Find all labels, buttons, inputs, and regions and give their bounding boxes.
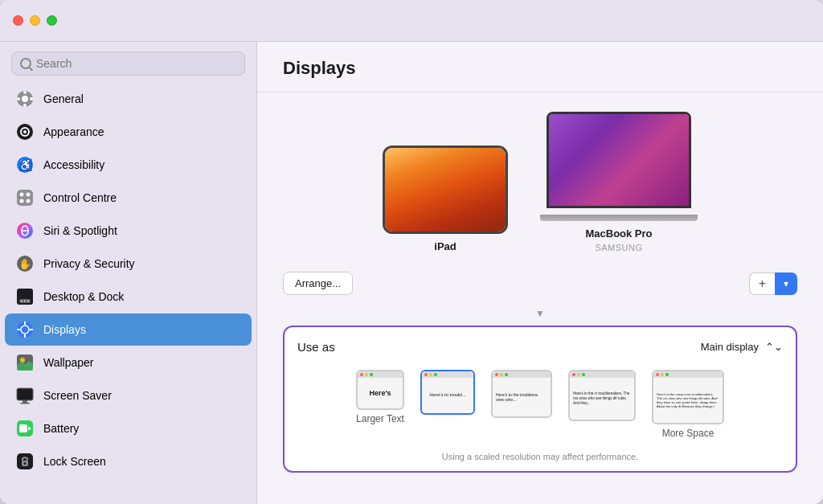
resolution-option-4[interactable]: Here's to the cr troublemakers. The ros … (565, 367, 639, 442)
minimize-button[interactable] (30, 15, 40, 26)
res-dot-yellow-4 (577, 373, 580, 376)
resolution-option-3[interactable]: Here's to the troublema ones who... (488, 367, 555, 442)
svg-point-5 (30, 97, 33, 100)
general-label: General (43, 92, 84, 105)
res-dot-red-1 (360, 373, 363, 376)
svg-point-4 (17, 97, 20, 100)
svg-rect-25 (27, 301, 29, 302)
res-preview-bar-2 (422, 371, 473, 378)
res-preview-bar-3 (493, 371, 551, 378)
sidebar-item-battery[interactable]: Battery (5, 412, 252, 445)
main-display-label: Main display (701, 341, 759, 353)
resolution-section: Use as Main display ⌃⌄ (283, 326, 797, 473)
wallpaper-label: Wallpaper (43, 356, 94, 369)
sidebar-item-control-centre[interactable]: Control Centre (5, 182, 252, 214)
sidebar-item-siri-spotlight[interactable]: Siri & Spotlight (5, 215, 252, 247)
sidebar-item-appearance[interactable]: Appearance (5, 116, 252, 148)
add-display-plus-button[interactable]: + (749, 272, 775, 295)
res-dot-red-2 (424, 373, 428, 376)
accessibility-label: Accessibility (43, 158, 104, 171)
resolution-option-1[interactable]: Here's Larger Text (353, 367, 407, 442)
res-preview-4: Here's to the cr troublemakers. The ros … (568, 370, 636, 421)
main-display-chevron-icon: ⌃⌄ (765, 341, 783, 353)
search-icon (20, 58, 31, 69)
res-dot-yellow-1 (365, 373, 368, 376)
sidebar: General Appearance (0, 42, 257, 504)
arrange-button[interactable]: Arrange... (283, 272, 353, 295)
main-content: iPad MacBook Pro SAMSUNG Arrange... (257, 92, 823, 504)
sidebar-item-lock-screen[interactable]: Lock Screen (5, 445, 252, 477)
resolution-option-5[interactable]: Here's to the crazy ones troublemakers. … (649, 367, 727, 442)
svg-point-33 (20, 358, 25, 363)
sidebar-item-displays[interactable]: Displays (5, 313, 252, 346)
res-dot-red-4 (572, 373, 575, 376)
svg-point-13 (27, 193, 31, 197)
control-centre-icon (16, 189, 34, 207)
main-display-control[interactable]: Main display ⌃⌄ (701, 341, 783, 353)
add-display-chevron-button[interactable]: ▾ (775, 272, 797, 295)
macbook-frame (547, 112, 691, 208)
svg-point-1 (22, 96, 28, 102)
battery-icon (16, 420, 34, 437)
ipad-screen (385, 148, 506, 232)
res-preview-bar-1 (358, 371, 403, 378)
svg-rect-34 (17, 388, 33, 400)
use-as-label: Use as (297, 340, 335, 354)
lock-screen-label: Lock Screen (43, 455, 106, 468)
sidebar-item-general[interactable]: General (5, 83, 252, 115)
resolution-note: Using a scaled resolution may affect per… (297, 452, 783, 461)
res-dot-green-2 (434, 373, 437, 376)
resolution-option-2[interactable]: Here's to troubl... (417, 367, 478, 442)
sidebar-item-desktop-dock[interactable]: Desktop & Dock (5, 281, 252, 313)
svg-point-3 (23, 104, 27, 107)
macbook-display[interactable]: MacBook Pro SAMSUNG (540, 112, 698, 252)
sidebar-item-screen-saver[interactable]: Screen Saver (5, 379, 252, 412)
sidebar-item-wallpaper[interactable]: Wallpaper (5, 346, 252, 379)
add-display-button-group: + ▾ (749, 272, 797, 295)
screen-saver-label: Screen Saver (43, 389, 112, 402)
lock-screen-icon (16, 453, 34, 470)
down-arrow-icon: ▼ (535, 308, 545, 319)
resolution-options: Here's Larger Text (297, 367, 783, 442)
svg-rect-23 (21, 301, 23, 302)
res-preview-content-4: Here's to the cr troublemakers. The ros … (570, 378, 634, 420)
desktop-dock-label: Desktop & Dock (43, 290, 124, 303)
svg-rect-11 (17, 190, 33, 206)
res-dot-green-1 (370, 373, 373, 376)
ipad-name: iPad (434, 240, 456, 252)
res-dot-yellow-5 (661, 373, 664, 376)
res-preview-5: Here's to the crazy ones troublemakers. … (652, 370, 724, 424)
search-input[interactable] (36, 57, 236, 70)
sidebar-list: General Appearance (0, 82, 256, 504)
close-button[interactable] (13, 15, 23, 26)
search-bar[interactable] (11, 51, 245, 76)
svg-text:♿: ♿ (18, 158, 33, 172)
res-dot-red-3 (495, 373, 498, 376)
res-preview-2: Here's to troubl... (420, 370, 475, 415)
res-preview-content-1: Here's (358, 378, 403, 408)
res-dot-green-3 (505, 373, 508, 376)
svg-rect-24 (24, 301, 26, 302)
sidebar-item-privacy-security[interactable]: ✋ Privacy & Security (5, 248, 252, 280)
svg-rect-36 (20, 403, 30, 404)
svg-point-42 (24, 462, 27, 465)
maximize-button[interactable] (47, 15, 57, 26)
privacy-security-label: Privacy & Security (43, 257, 135, 270)
res-preview-3: Here's to the troublema ones who... (491, 370, 552, 418)
svg-point-2 (23, 91, 27, 94)
res-preview-content-2: Here's to troubl... (422, 378, 473, 413)
svg-point-14 (20, 199, 24, 203)
appearance-icon (16, 123, 34, 141)
controls-row: Arrange... + ▾ (283, 272, 797, 295)
main-header: Displays (257, 42, 823, 92)
sidebar-item-accessibility[interactable]: ♿ Accessibility (5, 149, 252, 181)
general-icon (16, 90, 34, 108)
svg-text:✋: ✋ (18, 257, 32, 271)
resolution-header: Use as Main display ⌃⌄ (297, 340, 783, 354)
res-dot-green-5 (665, 373, 669, 376)
res-preview-1: Here's (356, 370, 404, 410)
svg-point-8 (23, 130, 27, 133)
ipad-frame (383, 145, 508, 234)
ipad-display[interactable]: iPad (383, 145, 508, 252)
res-preview-bar-4 (570, 371, 634, 378)
